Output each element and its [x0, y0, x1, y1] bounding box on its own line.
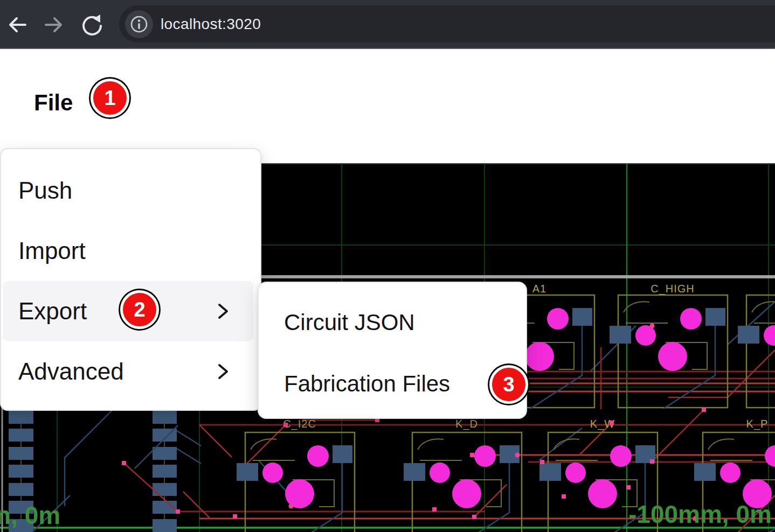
submenu-item-fabrication-files[interactable]: Fabrication Files [259, 353, 526, 415]
file-menu-label: File [34, 90, 73, 115]
svg-text:A1: A1 [532, 283, 546, 295]
arrow-right-icon [43, 13, 66, 37]
menu-item-label: Advanced [18, 358, 124, 385]
menu-item-label: Import [18, 237, 86, 264]
file-dropdown-menu: Push Import Export Advanced [0, 148, 261, 411]
export-submenu: Circuit JSON Fabrication Files [258, 282, 527, 419]
svg-text:C_HIGH: C_HIGH [651, 283, 695, 295]
menu-item-label: Push [18, 177, 72, 204]
svg-text:K_P: K_P [746, 418, 769, 430]
submenu-item-label: Circuit JSON [284, 310, 415, 335]
menu-item-advanced[interactable]: Advanced [1, 341, 260, 402]
submenu-item-circuit-json[interactable]: Circuit JSON [259, 292, 526, 353]
browser-window: A1 C_HIGH C_I2C K_D K_W K_P n, 0m -100mm… [0, 0, 775, 532]
chevron-right-icon [216, 360, 230, 383]
chevron-right-icon [216, 300, 230, 323]
annotation-badge-3: 3 [489, 365, 528, 404]
annotation-badge-1: 1 [91, 79, 129, 117]
url-text: localhost:3020 [161, 16, 261, 33]
svg-text:K_D: K_D [455, 418, 478, 430]
menu-item-import[interactable]: Import [1, 221, 260, 281]
reload-icon [80, 13, 104, 37]
back-button[interactable] [3, 11, 30, 38]
menu-item-label: Export [18, 298, 87, 325]
url-bar[interactable]: localhost:3020 [119, 5, 775, 43]
arrow-left-icon [5, 13, 29, 37]
svg-text:C_I2C: C_I2C [283, 418, 316, 430]
browser-toolbar: localhost:3020 [0, 0, 775, 49]
info-icon [130, 15, 148, 33]
submenu-item-label: Fabrication Files [284, 371, 450, 397]
reload-button[interactable] [79, 11, 106, 38]
menu-item-push[interactable]: Push [1, 160, 260, 221]
svg-text:-100mm, 0m: -100mm, 0m [628, 500, 772, 528]
forward-button[interactable] [41, 11, 68, 38]
file-menu-button[interactable]: File [34, 92, 73, 114]
annotation-badge-2: 2 [120, 290, 159, 329]
svg-text:n, 0m: n, 0m [0, 501, 60, 529]
site-info-button[interactable] [125, 10, 153, 38]
